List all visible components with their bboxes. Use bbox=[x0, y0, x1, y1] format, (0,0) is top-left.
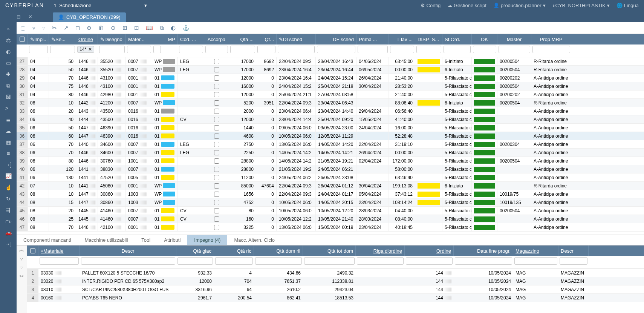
lcol-mag[interactable]: Magazzino bbox=[513, 245, 558, 256]
filter2-icon[interactable]: ▿ bbox=[42, 25, 45, 31]
sub-tab[interactable]: Tool bbox=[135, 235, 157, 245]
col-check[interactable] bbox=[17, 34, 28, 44]
col-qt2[interactable]: Qt... bbox=[256, 34, 277, 44]
external-icon[interactable]: ↗ bbox=[64, 25, 69, 31]
lfilter-data[interactable] bbox=[455, 257, 512, 265]
col-stord[interactable]: St.Ord. bbox=[442, 34, 472, 44]
list-icon[interactable]: ≡ bbox=[0, 148, 17, 159]
filter-disch[interactable] bbox=[278, 46, 315, 53]
cell-acc[interactable] bbox=[204, 115, 229, 123]
sub-tab[interactable]: Impegno (4) bbox=[187, 235, 227, 245]
hand-icon[interactable]: ☝ bbox=[0, 182, 17, 193]
lcol-data[interactable]: Data fine progr. bbox=[454, 245, 513, 256]
lfilter2-icon[interactable]: ▿ bbox=[20, 265, 23, 270]
lfilter-desc[interactable] bbox=[81, 257, 175, 265]
excel-icon[interactable]: ⊞ bbox=[122, 25, 127, 31]
lfilter-riga[interactable] bbox=[357, 257, 404, 265]
col-prima[interactable]: Prima ... bbox=[356, 34, 389, 44]
tab-operation[interactable]: 👤 CYB_OPERATION (299) bbox=[53, 12, 126, 22]
cell-acc[interactable] bbox=[204, 107, 229, 115]
lcol-tot[interactable]: Qtà tot dom bbox=[303, 245, 356, 256]
lcol-check[interactable] bbox=[27, 245, 38, 256]
filter-dfsch[interactable] bbox=[317, 46, 355, 53]
filter-disps[interactable] bbox=[416, 46, 441, 53]
schedule-selector[interactable]: 1_Schedulazione ▾ bbox=[49, 3, 151, 8]
cell-acc[interactable] bbox=[204, 57, 229, 65]
table-row[interactable]: 30 04 75 1446 43100 0001 01 16000 0 24/0… bbox=[17, 82, 644, 91]
col-dfsched[interactable]: DF sched bbox=[316, 34, 356, 44]
col-mater[interactable]: Mater... bbox=[126, 34, 152, 44]
table-row[interactable]: 32 06 10 1442 41200 0007 WP 5200 3951 22… bbox=[17, 99, 644, 107]
table-row[interactable]: 47 08 70 1446 42100 0001 01 3225 0 13/05… bbox=[17, 223, 644, 232]
pdf-icon[interactable]: ⊡ bbox=[134, 25, 139, 31]
close-icon[interactable]: ✕ bbox=[28, 14, 32, 20]
config-link[interactable]: ⚙ Config bbox=[421, 2, 441, 8]
lcol-ric[interactable]: Qtà ric bbox=[214, 245, 254, 256]
select-icon[interactable]: ◻ bbox=[75, 25, 80, 31]
export-icon[interactable]: ⬚ bbox=[20, 25, 26, 31]
stack-icon[interactable]: ▦ bbox=[0, 137, 17, 148]
balance-icon[interactable]: ⚖ bbox=[0, 35, 17, 46]
layers-icon[interactable]: ≣ bbox=[0, 114, 17, 125]
col-se[interactable]: ✎Se... bbox=[49, 34, 76, 44]
table-row[interactable]: 35 06 50 1447 46390 0016 01 1440 0 09/05… bbox=[17, 124, 644, 132]
lcol-ord[interactable]: Ordine bbox=[405, 245, 454, 256]
table-row[interactable]: 29 04 70 1446 43100 0001 01 12000 0 23/0… bbox=[17, 74, 644, 82]
filter-stord[interactable] bbox=[444, 46, 471, 53]
lfilter-desc2[interactable] bbox=[560, 257, 587, 265]
plant-menu[interactable]: 𝓲 CYB_NORTHPLASTIK ▾ bbox=[552, 2, 610, 8]
table-row[interactable]: 44 08 15 1447 30860 1003 WP 4752 0 10/05… bbox=[17, 198, 644, 207]
refresh-icon[interactable]: ↻ bbox=[0, 193, 17, 204]
link-icon[interactable]: ⧉ bbox=[160, 25, 164, 31]
table-row[interactable]: 39 06 80 1446 30760 1001 01 28800 0 14/0… bbox=[17, 157, 644, 165]
col-tlav[interactable]: T lav ... bbox=[389, 34, 415, 44]
lower-row[interactable]: 4 00160 PC/ABS T65 NERO 2961.7 200.54 86… bbox=[27, 294, 644, 302]
cell-acc[interactable] bbox=[204, 173, 229, 181]
plus-icon[interactable]: ✚ bbox=[0, 69, 17, 80]
chip-close-icon[interactable]: ✕ bbox=[88, 47, 92, 52]
filter-ok[interactable] bbox=[473, 46, 496, 53]
filter-chip-ordine[interactable]: 14*✕ bbox=[77, 46, 94, 53]
col-propmrp[interactable]: Prop MRP bbox=[531, 34, 571, 44]
cell-acc[interactable] bbox=[204, 124, 229, 132]
cell-acc[interactable] bbox=[204, 157, 229, 165]
table-row[interactable]: 42 07 10 1441 45060 0001 WP 85000 47604 … bbox=[17, 182, 644, 190]
lower-row[interactable]: 2 03020 INTER.RIGIDO PER CD.65 575X380sp… bbox=[27, 277, 644, 285]
col-cod[interactable]: Cod. ... bbox=[178, 34, 204, 44]
filter-mat[interactable] bbox=[127, 46, 151, 53]
book-icon[interactable]: 📖 bbox=[146, 25, 153, 31]
script-link[interactable]: ☁ Gestione script bbox=[447, 2, 486, 8]
cell-acc[interactable] bbox=[204, 165, 229, 173]
lfilter-icon[interactable]: ▿ bbox=[20, 256, 23, 262]
col-accorpa[interactable]: Accorpa bbox=[204, 34, 229, 44]
sub-tab[interactable]: Attributi bbox=[157, 235, 187, 245]
table-row[interactable]: 40 06 120 1441 38830 0007 01 28800 0 21/… bbox=[17, 165, 644, 173]
filter-prima[interactable] bbox=[358, 46, 388, 53]
half-icon[interactable]: ◐ bbox=[171, 25, 176, 31]
table-row[interactable]: 31 04 80 1446 42980 0001 01 12000 0 25/0… bbox=[17, 91, 644, 99]
col-disegno[interactable]: ✎Disegno bbox=[98, 34, 126, 44]
table-row[interactable]: 37 06 70 1440 34600 0007 01 LEG 2750 0 1… bbox=[17, 140, 644, 149]
filter-tlav[interactable] bbox=[390, 46, 414, 53]
copy-icon[interactable]: ⧉ bbox=[0, 80, 17, 91]
collapse-icon[interactable]: ︽ bbox=[19, 246, 24, 253]
table-row[interactable]: 36 06 60 1447 46390 0016 01 4608 0 10/05… bbox=[17, 132, 644, 140]
lfilter-mag[interactable] bbox=[514, 257, 557, 265]
anchor-icon[interactable]: ⚓ bbox=[182, 25, 190, 31]
col-ordine[interactable]: Ordine bbox=[76, 34, 98, 44]
lfilter-mat[interactable] bbox=[40, 257, 79, 265]
filter-impi[interactable] bbox=[29, 46, 48, 53]
cell-acc[interactable] bbox=[204, 182, 229, 190]
filter-cod[interactable] bbox=[179, 46, 203, 53]
lfilter-tot[interactable] bbox=[304, 257, 355, 265]
filter-mast[interactable] bbox=[499, 46, 530, 53]
battery-icon[interactable]: ▭ bbox=[0, 57, 17, 69]
chart-icon[interactable]: 📈 bbox=[0, 170, 17, 182]
lfilter-ord[interactable] bbox=[406, 257, 453, 265]
table-row[interactable]: 46 08 25 1445 41460 0007 01 CV 160 0 10/… bbox=[17, 215, 644, 223]
lcol-giac[interactable]: Qtà giac bbox=[176, 245, 214, 256]
lfilter-giac[interactable] bbox=[177, 257, 213, 265]
col-disched[interactable]: ✎DI sched bbox=[277, 34, 316, 44]
flow-icon[interactable]: ⇶ bbox=[0, 204, 17, 216]
filter-qt2[interactable] bbox=[257, 46, 275, 53]
